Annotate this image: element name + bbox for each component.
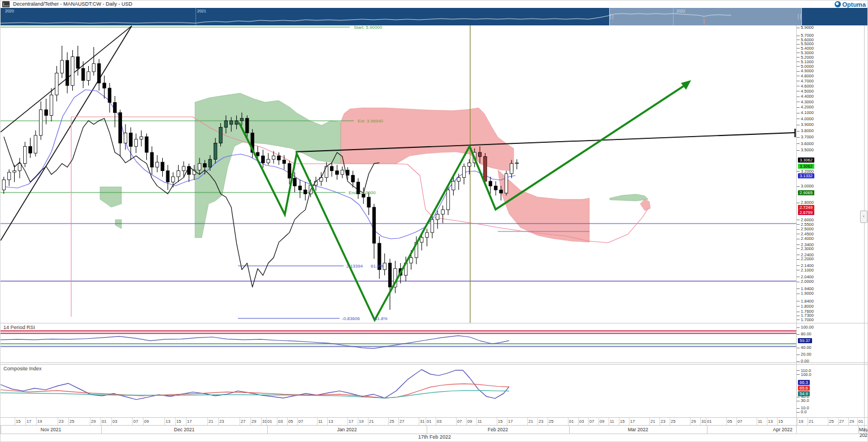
candle-body [283, 160, 286, 163]
date-tick [456, 418, 457, 425]
date-axis-day-label: 05 [727, 419, 732, 424]
chart-annotation: 61.8% [375, 316, 388, 321]
candle-body [262, 156, 265, 163]
candle-body [150, 152, 154, 167]
composite-value-label: 65.6 [798, 386, 810, 391]
date-tick [659, 418, 660, 425]
chart-annotation: 61.8% [371, 264, 384, 269]
date-tick [101, 418, 101, 425]
candle-body [40, 110, 43, 135]
price-axis-tick: 4.0000 [797, 116, 814, 121]
date-axis-day-label: 25 [549, 419, 553, 424]
date-tick [619, 418, 619, 425]
date-axis-day-label: 01 [858, 419, 863, 424]
price-axis-tick: 2.3000 [797, 246, 814, 251]
candle-body [267, 159, 270, 163]
price-value-label: 3.3062 [798, 157, 814, 163]
candle-body [71, 57, 74, 86]
candle-body [288, 164, 291, 178]
date-tick [736, 418, 737, 425]
date-tick [726, 418, 727, 425]
navigator-year-divider [196, 8, 196, 25]
date-axis-day-label: 15 [498, 419, 502, 424]
candle-body [81, 68, 85, 81]
main-price-chart[interactable]: Start: 5.90000Ext: 3.96940End: 2.930002.… [1, 25, 868, 323]
chart-annotation: End: 2.93000 [349, 190, 376, 195]
date-axis-day-label: 29 [91, 419, 96, 424]
date-axis-day-label: 03 [278, 419, 283, 424]
date-tick [68, 418, 69, 425]
date-axis-day-label: 27 [839, 419, 844, 424]
date-tick [36, 418, 37, 425]
date-axis-day-label: 15 [620, 419, 624, 424]
ichimoku-cloud [610, 194, 648, 201]
candle-body [18, 164, 21, 171]
candle-body [66, 60, 69, 86]
composite-slow-teal [1, 391, 509, 398]
collapse-panel-button[interactable]: ‹ [860, 211, 867, 223]
date-axis-day-label: 31 [420, 419, 424, 424]
date-tick [287, 418, 288, 425]
navigator-year-2020: 2020 [5, 9, 14, 13]
price-axis-tick: 4.1000 [797, 110, 814, 115]
navigator-handle-left[interactable] [610, 14, 613, 19]
date-tick [164, 418, 165, 425]
date-tick [207, 418, 208, 425]
date-axis: Nov 2021Dec 2021Jan 2022Feb 2022Mar 2022… [1, 417, 868, 434]
candle-body [336, 171, 339, 175]
price-axis-tick: 4.7000 [797, 78, 814, 84]
composite-value-label: 66.3 [798, 380, 810, 385]
navigator-handle-right[interactable] [798, 14, 801, 19]
price-axis-tick: 1.7000 [797, 317, 814, 322]
composite-axis-tick: 100.0 [797, 372, 811, 377]
price-axis-tick: 3.7000 [797, 134, 814, 139]
rsi-panel-chart[interactable] [1, 323, 868, 362]
navigator-year-2021: 2021 [197, 9, 206, 13]
date-tick [476, 418, 477, 425]
candle-body [50, 95, 53, 115]
date-axis-day-label: 29 [691, 419, 696, 424]
date-tick [297, 418, 298, 425]
price-axis-tick: 2.8000 [797, 200, 814, 205]
price-axis-tick: 4.5000 [797, 89, 814, 94]
candle-body [172, 177, 175, 182]
price-value-label: 3.1332 [798, 173, 814, 178]
price-axis-tick: 4.4000 [797, 94, 814, 99]
date-tick [690, 418, 691, 425]
date-axis-month-label: Apr 2022 [707, 427, 858, 432]
date-axis-day-label: 11 [318, 419, 323, 424]
candle-body [298, 186, 302, 190]
date-axis-day-label: 13 [768, 419, 772, 424]
rsi-axis-tick: 20.00 [797, 352, 811, 357]
chart-annotation: Start: 5.90000 [354, 25, 383, 30]
rsi-axis-tick: 100.00 [797, 325, 814, 330]
date-range-navigator[interactable]: 2020 2021 2022 [1, 8, 868, 25]
date-tick [426, 418, 426, 425]
candle-body [166, 171, 170, 182]
date-tick [317, 418, 318, 425]
date-axis-day-label: 17 [630, 419, 635, 424]
rsi-axis-tick: 40.00 [797, 345, 811, 350]
candle-body [388, 263, 392, 287]
candle-body [346, 170, 349, 175]
composite-panel-chart[interactable] [1, 365, 868, 417]
candle-body [219, 128, 223, 143]
candle-body [351, 175, 355, 182]
navigator-selection[interactable] [609, 8, 802, 25]
cursor-date-label: 17th Feb 2022 [1, 434, 868, 440]
price-axis-tick: 5.9000 [797, 25, 814, 30]
date-axis-day-label: 07 [457, 419, 462, 424]
date-tick [90, 418, 90, 425]
date-axis-day-label: 01 [569, 419, 574, 424]
price-axis-tick: 3.8000 [797, 128, 814, 133]
candle-body [108, 88, 111, 102]
date-tick [767, 418, 767, 425]
date-tick [777, 418, 778, 425]
date-axis-day-label: 25 [70, 419, 74, 424]
candle-body [114, 103, 117, 113]
candle-body [161, 162, 164, 170]
date-tick [568, 418, 568, 425]
date-tick [828, 418, 828, 425]
date-axis-day-label: 01 [267, 419, 272, 424]
candle-body [214, 143, 217, 160]
